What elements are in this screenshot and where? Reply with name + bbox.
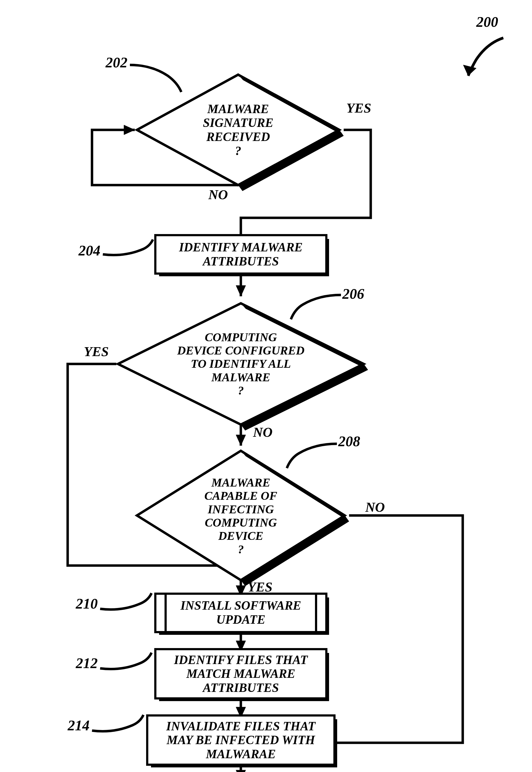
ref-202: 202 — [106, 54, 127, 71]
ref-214: 214 — [68, 717, 90, 734]
edge-214-end — [237, 766, 248, 772]
text-span: INSTALL SOFTWARE UPDATE — [180, 599, 301, 626]
process-204-text: IDENTIFY MALWARE ATTRIBUTES — [154, 235, 327, 273]
arrow-200 — [460, 35, 509, 78]
ref-206: 206 — [342, 285, 364, 302]
ref-212: 212 — [76, 655, 98, 672]
label-206-yes: YES — [84, 344, 109, 359]
ref-208: 208 — [338, 433, 360, 450]
svg-marker-4 — [124, 125, 135, 135]
ref-210: 210 — [76, 595, 98, 612]
lead-204 — [100, 235, 154, 262]
ref-204: 204 — [78, 242, 100, 259]
label-202-yes: YES — [346, 100, 371, 116]
lead-214 — [89, 712, 146, 741]
edge-202-yes — [238, 123, 379, 237]
ref-200: 200 — [476, 14, 498, 30]
lead-212 — [97, 649, 154, 679]
subroutine-210-text: INSTALL SOFTWARE UPDATE — [168, 594, 314, 632]
text-span: IDENTIFY FILES THAT MATCH MALWARE ATTRIB… — [174, 653, 308, 695]
edge-202-no-loop — [87, 127, 244, 198]
text-span: INVALIDATE FILES THAT MAY BE INFECTED WI… — [166, 719, 315, 761]
svg-marker-10 — [236, 435, 246, 446]
label-206-no: NO — [253, 424, 272, 440]
process-212-text: IDENTIFY FILES THAT MATCH MALWARE ATTRIB… — [154, 649, 327, 698]
svg-marker-18 — [236, 770, 246, 772]
text-span: IDENTIFY MALWARE ATTRIBUTES — [179, 240, 303, 268]
process-214-text: INVALIDATE FILES THAT MAY BE INFECTED WI… — [146, 716, 336, 764]
svg-marker-5 — [236, 285, 246, 296]
flowchart-canvas: 200 202 MALWARE SIGNATURE RECEIVED ? YES… — [0, 0, 532, 772]
lead-210 — [97, 590, 154, 620]
svg-marker-0 — [463, 65, 476, 76]
